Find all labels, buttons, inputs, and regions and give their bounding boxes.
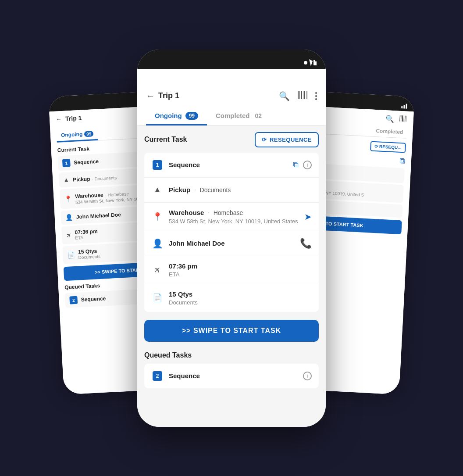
- right-tab-completed[interactable]: Completed: [372, 125, 407, 138]
- center-phone: ← Trip 1 🔍: [137, 50, 326, 427]
- left-notch: [90, 92, 143, 106]
- svg-rect-2: [313, 60, 315, 65]
- svg-point-0: [304, 61, 307, 64]
- center-screen: ← Trip 1 🔍: [137, 69, 326, 427]
- left-warehouse-label: Warehouse: [75, 192, 103, 199]
- svg-rect-11: [399, 115, 400, 121]
- center-title: Trip 1: [158, 91, 179, 100]
- svg-rect-15: [405, 115, 406, 122]
- center-header: ← Trip 1 🔍: [137, 69, 326, 126]
- center-queued-title: Queued Tasks: [144, 351, 319, 359]
- center-header-top: ← Trip 1 🔍: [146, 91, 317, 101]
- right-signal-icon: [401, 103, 407, 108]
- center-plane-icon: ✈: [152, 264, 163, 276]
- left-pickup-label: Pickup: [73, 175, 90, 183]
- left-contact-name: John Michael Doe: [76, 211, 121, 220]
- left-title: Trip 1: [65, 114, 82, 122]
- left-back-arrow[interactable]: ←: [56, 115, 62, 123]
- center-tab-completed[interactable]: Completed 02: [207, 107, 271, 125]
- center-tab-ongoing[interactable]: Ongoing 99: [146, 107, 207, 125]
- center-queued-label: Sequence: [169, 372, 298, 379]
- completed-badge: 02: [255, 112, 262, 119]
- center-content: Current Task ⟳ RESEQUENCE 1 Sequence: [137, 126, 326, 398]
- center-nav-icon[interactable]: ➤: [304, 211, 312, 222]
- center-location-icon: 📍: [153, 212, 162, 222]
- center-address: 534 W 58th St, New York, NY 10019, Unite…: [169, 218, 299, 225]
- center-notch: [196, 50, 267, 64]
- center-queued-badge: 2: [153, 371, 162, 381]
- right-search-icon[interactable]: 🔍: [385, 115, 394, 123]
- svg-rect-7: [303, 91, 303, 99]
- left-person-icon: 👤: [65, 214, 73, 221]
- left-queued-badge: 2: [69, 296, 78, 304]
- center-queued-info[interactable]: i: [303, 372, 312, 380]
- center-current-task-title: Current Task: [144, 136, 187, 143]
- status-signal-icon: [304, 59, 317, 66]
- center-sequence-card: 1 Sequence ⧉ i: [144, 153, 319, 178]
- right-notch: [320, 92, 373, 106]
- right-barcode-icon[interactable]: [399, 115, 407, 124]
- center-qty-card: 📄 15 Qtys Documents: [144, 284, 319, 312]
- center-qty-icon: 📄: [153, 293, 162, 303]
- center-search-icon[interactable]: 🔍: [279, 91, 290, 101]
- center-seq-label: Sequence: [169, 161, 288, 168]
- center-back-btn[interactable]: ←: [146, 91, 155, 101]
- center-phone-icon[interactable]: 📞: [300, 238, 312, 249]
- center-warehouse-label: Warehouse: [169, 209, 204, 216]
- left-location-icon: 📍: [64, 195, 72, 202]
- svg-marker-1: [309, 59, 313, 66]
- center-pickup-doc: Documents: [200, 186, 231, 193]
- left-seq-label: Sequence: [74, 158, 99, 165]
- center-eta-time: 07:36 pm: [169, 262, 312, 270]
- center-more-menu[interactable]: [315, 92, 317, 100]
- svg-rect-3: [315, 61, 317, 65]
- center-seq-badge-wrap: 1: [151, 159, 164, 171]
- left-eta-time: 07:36 pm: [75, 228, 98, 236]
- center-info-icon[interactable]: i: [303, 161, 312, 169]
- svg-rect-4: [298, 91, 299, 99]
- svg-rect-14: [403, 115, 404, 122]
- left-qty-sub: Documents: [78, 254, 100, 260]
- svg-rect-10: [307, 91, 307, 99]
- center-status-icons: [304, 59, 317, 66]
- left-doc-label: Documents: [94, 175, 117, 181]
- center-queued-group: 2 Sequence i: [144, 364, 319, 388]
- center-cards-group: 1 Sequence ⧉ i: [144, 153, 319, 312]
- center-contact-card: 👤 John Michael Doe 📞: [144, 231, 319, 256]
- center-qty-label: 15 Qtys: [169, 290, 312, 298]
- center-homebase-label: Homebase: [214, 209, 243, 216]
- left-queued-label: Sequence: [81, 295, 106, 303]
- center-swipe-btn[interactable]: >> SWIPE TO START TASK: [144, 320, 319, 342]
- svg-rect-16: [406, 115, 407, 122]
- left-doc-icon: 📄: [67, 251, 75, 258]
- center-barcode-icon[interactable]: [298, 91, 307, 101]
- center-warehouse-card: 📍 Warehouse · Homebase 534 W 58th St, Ne…: [144, 203, 319, 231]
- svg-rect-5: [299, 91, 300, 99]
- center-copy-icon[interactable]: ⧉: [293, 160, 299, 169]
- center-section-header: Current Task ⟳ RESEQUENCE: [144, 132, 319, 147]
- left-pickup-icon: ▲: [63, 176, 70, 183]
- svg-rect-6: [301, 91, 302, 99]
- svg-rect-13: [402, 115, 403, 122]
- center-back-group: ← Trip 1: [146, 91, 179, 101]
- left-plane-icon: ✈: [64, 231, 73, 240]
- left-eta-label: ETA: [75, 234, 98, 240]
- center-eta-label: ETA: [169, 271, 312, 278]
- svg-rect-8: [304, 91, 305, 99]
- left-tab-ongoing[interactable]: Ongoing 99: [56, 127, 98, 142]
- left-homebase-label: Homebase: [107, 191, 129, 197]
- center-header-icons: 🔍: [279, 91, 317, 101]
- svg-rect-9: [306, 91, 306, 99]
- right-copy-icon[interactable]: ⧉: [399, 156, 405, 165]
- right-reseq-btn[interactable]: ⟳ RESEQU...: [370, 141, 406, 153]
- center-contact-name: John Michael Doe: [169, 240, 295, 247]
- center-resequence-btn[interactable]: ⟳ RESEQUENCE: [255, 132, 319, 147]
- center-seq-badge: 1: [153, 160, 162, 170]
- center-pickup-card: ▲ Pickup · Documents: [144, 178, 319, 203]
- center-person-icon: 👤: [152, 238, 163, 249]
- center-qty-sub: Documents: [169, 299, 312, 306]
- left-seq-badge: 1: [62, 159, 71, 167]
- center-pickup-icon: ▲: [153, 185, 161, 194]
- center-pickup-label: Pickup: [169, 186, 190, 193]
- resequence-icon: ⟳: [262, 136, 267, 143]
